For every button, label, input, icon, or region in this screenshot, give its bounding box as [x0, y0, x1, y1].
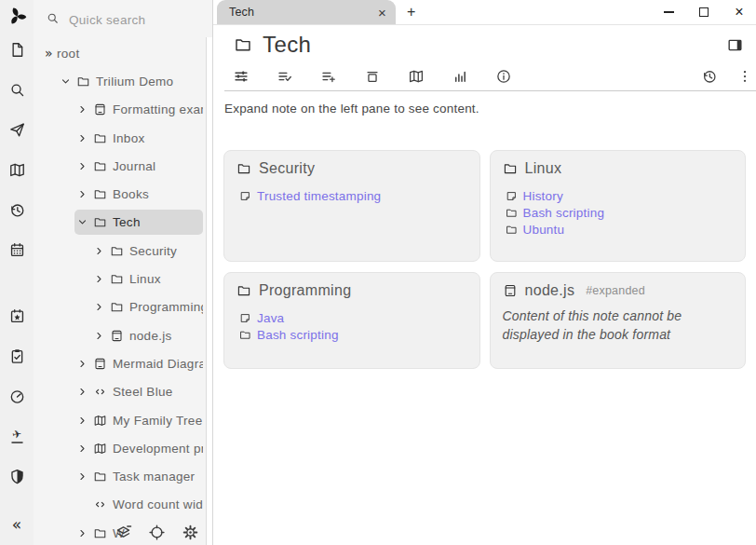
note-map-button[interactable]: [408, 68, 425, 85]
tree-item-linux[interactable]: Linux: [34, 265, 206, 293]
chevron-right-icon[interactable]: [74, 413, 90, 429]
scroll-to-active-note-button[interactable]: [148, 524, 166, 541]
note-link-bash-scripting[interactable]: Bash scripting: [506, 206, 734, 220]
chevron-right-icon[interactable]: [74, 469, 90, 484]
quick-search-input[interactable]: [69, 13, 188, 27]
tree-item-mermaid-diagrams[interactable]: Mermaid Diagrams: [34, 349, 206, 377]
chevron-right-icon[interactable]: [74, 186, 90, 202]
chevron-right-icon[interactable]: [74, 384, 90, 400]
file-icon: [8, 41, 26, 62]
tree-item-inbox[interactable]: Inbox: [34, 124, 206, 152]
chevron-right-icon[interactable]: [74, 356, 90, 372]
tree-item-task-manager[interactable]: Task manager: [34, 462, 206, 490]
tree-item-tech[interactable]: Tech: [34, 209, 206, 237]
trilium-logo[interactable]: [5, 6, 29, 30]
send-icon: [8, 121, 26, 143]
tree-item-journal[interactable]: Journal: [34, 152, 206, 180]
chevron-down-icon[interactable]: [58, 74, 74, 89]
tree-item-development-process[interactable]: Development process: [34, 434, 206, 462]
similar-notes-button[interactable]: [452, 68, 468, 85]
chevron-down-icon[interactable]: [74, 214, 90, 230]
tree-item-my-family-tree[interactable]: My Family Tree: [34, 406, 206, 434]
basic-properties-button[interactable]: [233, 68, 250, 85]
search-icon: [8, 81, 26, 102]
quick-search: [34, 0, 206, 39]
tree-item-formatting-examples[interactable]: Formatting examples: [34, 96, 206, 124]
inherited-attributes-button[interactable]: [320, 68, 337, 85]
note-icon: [506, 190, 518, 202]
chevron-right-icon[interactable]: [74, 102, 90, 117]
card-title-link[interactable]: Programming: [259, 282, 351, 299]
calendar-star-icon: [8, 307, 26, 329]
right-pane-toggle-icon[interactable]: [726, 36, 744, 54]
chevron-right-icon[interactable]: [74, 130, 90, 146]
chevron-right-icon[interactable]: [91, 271, 107, 287]
search-button[interactable]: [5, 79, 29, 103]
tree-settings-button[interactable]: [182, 524, 199, 541]
card-title-link[interactable]: Linux: [525, 160, 562, 177]
chevron-right-icon[interactable]: [74, 525, 90, 541]
tree-item-security[interactable]: Security: [34, 237, 206, 265]
note-link-bash-scripting[interactable]: Bash scripting: [239, 328, 467, 342]
new-note-button[interactable]: [5, 39, 29, 63]
note-revisions-button[interactable]: [701, 68, 718, 85]
tree-item-node-js[interactable]: node.js: [34, 321, 206, 349]
note-link-trusted-timestamping[interactable]: Trusted timestamping: [239, 189, 467, 203]
card-title-link[interactable]: node.js: [525, 282, 575, 299]
tab-close-icon[interactable]: ×: [378, 6, 386, 20]
close-button[interactable]: ×: [733, 6, 746, 19]
chevron-right-icon[interactable]: [91, 243, 107, 259]
dashboard-button[interactable]: [5, 386, 29, 410]
tree-item-programming[interactable]: Programming: [34, 293, 206, 321]
new-tab-button[interactable]: +: [407, 5, 416, 20]
chevron-right-icon[interactable]: [91, 299, 107, 315]
tree-scrollbar[interactable]: [206, 37, 212, 545]
chevron-right-icon[interactable]: [74, 441, 90, 456]
tree-row-highlight: Tech: [74, 210, 203, 235]
tree-item-books[interactable]: Books: [34, 180, 206, 208]
tree-row-highlight: node.js: [91, 323, 203, 348]
tree-item-label: node.js: [129, 329, 172, 343]
tree-item-label: Word count widget: [113, 497, 203, 511]
more-options-button[interactable]: [736, 68, 744, 85]
note-link-history[interactable]: History: [506, 189, 734, 203]
minimize-button[interactable]: [662, 6, 675, 19]
chevrons-right-icon[interactable]: »: [41, 46, 57, 61]
note-map-button[interactable]: [5, 159, 29, 184]
tab-tech[interactable]: Tech ×: [217, 0, 396, 24]
note-link-label: History: [523, 189, 563, 203]
similar-notes-icon: [452, 72, 468, 88]
owned-attributes-button[interactable]: [277, 68, 293, 85]
protected-session-button[interactable]: [5, 466, 29, 490]
note-link-label: Bash scripting: [257, 328, 339, 342]
today-journal-button[interactable]: [5, 306, 29, 330]
tree-item-root[interactable]: »root: [34, 39, 206, 67]
folder-icon: [503, 161, 518, 176]
page-title[interactable]: Tech: [263, 32, 716, 58]
chevron-right-icon[interactable]: [91, 328, 107, 344]
collapse-subtree-button[interactable]: [115, 524, 132, 541]
card-title-link[interactable]: Security: [259, 160, 315, 177]
travel-button[interactable]: ✈: [5, 426, 29, 450]
chevron-right-icon[interactable]: [74, 158, 90, 174]
folder-icon: [236, 161, 251, 176]
tree-row-highlight: Word count widget: [74, 492, 203, 517]
card-header: Security: [236, 160, 467, 177]
jump-to-note-button[interactable]: [5, 119, 29, 143]
minimize-icon: [664, 11, 674, 12]
tree-item-trilium-demo[interactable]: Trilium Demo: [34, 67, 206, 95]
tree-item-word-count-widget[interactable]: Word count widget: [34, 491, 206, 519]
recent-changes-button[interactable]: [5, 199, 29, 224]
tree-item-steel-blue[interactable]: Steel Blue: [34, 378, 206, 406]
book-properties-button[interactable]: [364, 68, 381, 85]
task-list-button[interactable]: [5, 346, 29, 370]
clipboard-check-icon: [8, 347, 26, 369]
maximize-button[interactable]: [697, 6, 710, 19]
collapse-sidebar-button[interactable]: «: [5, 513, 29, 538]
note-info-button[interactable]: [495, 68, 512, 85]
tab-bar: Tech × + ×: [213, 0, 756, 25]
note-link-ubuntu[interactable]: Ubuntu: [506, 223, 734, 237]
folder-icon: [110, 272, 124, 286]
note-link-java[interactable]: Java: [239, 311, 467, 325]
calendar-button[interactable]: [5, 239, 29, 264]
